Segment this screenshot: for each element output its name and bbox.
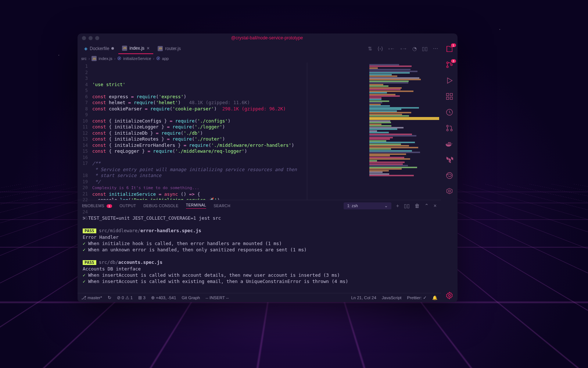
close-dot[interactable] [82,36,86,40]
svg-point-13 [448,294,451,297]
status-diff[interactable]: ⊕ +403, -541 [151,295,176,300]
complexity-hint: Complexity is 6 It's time to do somethin… [92,185,199,190]
chevron-up-icon[interactable]: ⌃ [424,203,429,209]
tab-debug-console[interactable]: DEBUG CONSOLE [143,204,179,208]
editor-area[interactable]: 1234567891011121314151617 18192021222324… [78,63,441,200]
split-icon[interactable]: ▯▯ [422,46,428,52]
modified-dot-icon [111,47,114,50]
bell-icon[interactable]: 🔔 [432,295,437,300]
svg-point-10 [451,129,452,131]
tab-dockerfile[interactable]: ◈ Dockerfile [80,44,118,53]
line-gutter: 1234567891011121314151617 18192021222324… [78,63,91,200]
activity-bar: 1 3 [441,42,458,302]
status-problems[interactable]: ⊘ 0 ⚠ 1 [117,295,133,300]
edge-icon[interactable] [445,171,454,180]
minimize-dot[interactable] [89,36,93,40]
tab-label: router.js [165,46,181,51]
tab-label: Dockerfile [90,46,109,51]
svg-point-9 [447,129,448,131]
svg-point-12 [448,190,451,192]
crumb-symbol[interactable]: app [162,56,169,61]
explorer-icon[interactable]: 1 [445,45,454,53]
close-tab-icon[interactable]: × [147,45,150,51]
language-mode[interactable]: JavaScript [382,296,402,300]
run-icon[interactable] [445,76,454,85]
status-cells[interactable]: ⊞ 3 [138,295,146,300]
titlebar[interactable]: @crystal-ball/node-service-prototype [78,33,458,42]
svg-point-2 [451,64,452,66]
compare-icon[interactable]: ⇅ [368,46,372,52]
nav-back-icon[interactable]: ⟨◦⟩ [377,46,383,52]
trash-icon[interactable]: 🗑 [415,203,420,209]
split-terminal-icon[interactable]: ▯▯ [404,203,410,209]
cursor-position[interactable]: Ln 21, Col 24 [351,296,376,300]
settings-gear-icon[interactable] [445,291,454,300]
timer-icon[interactable]: ◔ [412,46,417,52]
status-vim-mode: -- INSERT -- [205,296,229,300]
docker-icon: ◈ [84,46,87,51]
vscode-window: @crystal-ball/node-service-prototype ◈ D… [78,33,458,302]
crumb-folder[interactable]: src [81,56,87,61]
tab-router-js[interactable]: JS router.js [154,44,184,53]
chevron-down-icon: ⌄ [384,204,388,208]
terminal-output[interactable]: > TEST_SUITE=unit JEST_COLLECT_COVERAGE=… [78,211,441,293]
nav-next-icon[interactable]: ◦→ [400,46,407,52]
timeline-icon[interactable] [445,108,454,117]
js-icon: JS [92,56,97,61]
tab-output[interactable]: OUTPUT [119,204,136,208]
more-icon[interactable]: ⋯ [433,46,438,52]
panel-tabs: PROBLEMS 1 OUTPUT DEBUG CONSOLE TERMINAL… [78,200,441,211]
bottom-panel: PROBLEMS 1 OUTPUT DEBUG CONSOLE TERMINAL… [78,200,441,293]
close-panel-icon[interactable]: × [434,203,437,209]
extensions-icon[interactable] [445,92,454,101]
prettier-status[interactable]: Prettier: ✓ [407,295,427,300]
traffic-lights [82,36,99,40]
status-gitgraph[interactable]: Git Graph [182,296,200,300]
js-icon: JS [122,46,127,51]
minimap[interactable] [368,63,441,200]
window-title: @crystal-ball/node-service-prototype [99,35,435,40]
js-icon: JS [158,46,163,51]
svg-rect-4 [450,93,452,96]
tab-terminal[interactable]: TERMINAL [186,203,207,209]
svg-point-0 [447,62,448,64]
editor-tabs: ◈ Dockerfile JS index.js × JS router.js … [78,42,441,54]
code-content[interactable]: 'use strict' const express = require('ex… [91,63,368,200]
crumb-file[interactable]: index.js [98,56,112,61]
breadcrumb[interactable]: src › JS index.js › ⦿ initializeService … [78,54,441,63]
docker-icon[interactable] [445,139,454,148]
source-control-icon[interactable]: 3 [445,60,454,69]
terminal-selector[interactable]: 1: zsh⌄ [344,202,391,209]
status-bar: ⎇ master* ↻ ⊘ 0 ⚠ 1 ⊞ 3 ⊕ +403, -541 Git… [78,293,441,302]
zoom-dot[interactable] [95,36,99,40]
git-branch[interactable]: ⎇ master* [81,295,102,300]
tab-index-js[interactable]: JS index.js × [118,43,153,54]
sync-icon[interactable]: ↻ [108,295,111,300]
svg-rect-5 [446,97,448,99]
svg-rect-6 [450,97,452,99]
new-terminal-icon[interactable]: + [396,203,399,209]
symbol-icon: ⦿ [156,56,160,61]
nav-prev-icon[interactable]: ◦← [388,46,395,52]
crumb-symbol[interactable]: initializeService [123,56,151,61]
pull-request-icon[interactable] [445,124,454,132]
tab-search[interactable]: SEARCH [214,204,230,208]
symbol-icon: ⦿ [117,56,121,61]
tab-label: index.js [129,46,144,51]
svg-point-8 [447,125,448,127]
svg-point-1 [447,66,448,68]
ruler-80 [307,63,307,200]
terraform-icon[interactable] [445,155,454,164]
kubernetes-icon[interactable] [445,187,454,196]
svg-rect-3 [446,93,448,96]
